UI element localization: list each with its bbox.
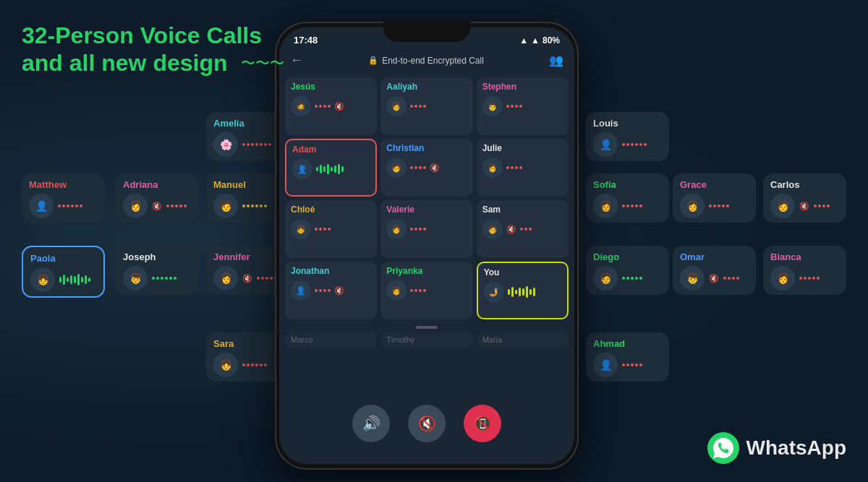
p-name-paola: Paola (30, 253, 96, 264)
cell-name-julie: Julie (482, 143, 563, 153)
audio-carlos (814, 205, 830, 207)
cell-audio-chloe (315, 228, 331, 231)
audio-manuel (242, 205, 267, 207)
wifi-icon: ▲ (531, 35, 540, 46)
cell-avatar-priyanka: 👩 (386, 280, 407, 301)
cell-julie: Julie 👩 (477, 139, 569, 197)
end-call-button[interactable]: 📵 (464, 405, 501, 442)
lock-icon: 🔒 (368, 56, 378, 65)
add-participants-icon[interactable]: 👥 (549, 53, 563, 67)
cell-valerie: Valerie 👩 (380, 200, 472, 258)
cell-name-priyanka: Priyanka (386, 266, 467, 276)
cell-mute-jesus: 🔇 (334, 102, 344, 111)
cell-audio-sam (520, 228, 532, 231)
cell-audio-valerie (410, 228, 426, 231)
cell-wave-adam (316, 164, 370, 174)
p-name-adriana: Adriana (123, 179, 192, 190)
cell-priyanka: Priyanka 👩 (380, 262, 472, 319)
card-omar: Omar 👦 🔇 (673, 246, 756, 295)
cell-name-you: You (484, 267, 561, 277)
cell-audio-christian (410, 166, 426, 169)
whatsapp-logo-icon (707, 432, 739, 464)
cell-audio-jonathan (315, 289, 331, 292)
audio-matthew (58, 205, 82, 207)
avatar-carlos: 🧑 (770, 194, 795, 218)
p-name-bianca: Bianca (770, 251, 839, 262)
cell-you: You 🤳 (477, 262, 569, 319)
phone-call-grid: Jesús 🧔 🔇 Aaliyah 👩 (279, 74, 574, 323)
audio-ahmad (622, 363, 642, 366)
audio-bianca (799, 277, 820, 280)
cell-audio-stephen (506, 105, 522, 108)
whatsapp-name: WhatsApp (746, 436, 846, 460)
cell-avatar-you: 🤳 (484, 282, 504, 302)
avatar-jennifer: 👩 (213, 266, 238, 291)
audio-adriana (166, 205, 187, 207)
p-name-omar: Omar (680, 251, 749, 262)
p-name-matthew: Matthew (29, 179, 98, 190)
avatar-grace: 👩 (680, 194, 705, 218)
whatsapp-branding: WhatsApp (707, 432, 846, 464)
card-diego: Diego 🧑 (586, 246, 669, 295)
end-call-icon: 📵 (474, 415, 492, 432)
p-name-manuel: Manuel (213, 179, 282, 190)
speaker-button[interactable]: 🔊 (352, 405, 390, 442)
card-grace: Grace 👩 (673, 173, 756, 223)
cell-name-valerie: Valerie (386, 205, 467, 215)
cell-mute-christian: 🔇 (430, 163, 440, 173)
avatar-ahmad: 👤 (593, 353, 618, 377)
cell-name-aaliyah: Aaliyah (386, 82, 467, 92)
avatar-paola: 👧 (30, 267, 55, 292)
avatar-louis: 👤 (593, 132, 618, 157)
audio-amelia (242, 143, 271, 146)
card-louis: Louis 👤 (586, 112, 669, 161)
p-name-louis: Louis (593, 118, 662, 129)
cell-avatar-aaliyah: 👩 (386, 96, 407, 116)
cell-name-jonathan: Jonathan (291, 266, 371, 276)
cell-mute-sam: 🔇 (506, 225, 516, 234)
cell-name-stephen: Stephen (482, 82, 563, 92)
phone-notch (383, 22, 470, 42)
p-name-diego: Diego (593, 251, 662, 262)
cell-name-christian: Christian (386, 143, 467, 153)
headline-line2: and all new design (22, 49, 228, 77)
cell-name-adam: Adam (292, 145, 370, 155)
card-sofia: Sofia 👩 (586, 173, 669, 223)
cell-adam: Adam 👤 (285, 139, 377, 197)
p-name-ahmad: Ahmad (593, 338, 662, 349)
audio-sofia (622, 205, 642, 207)
cell-audio-priyanka (410, 289, 426, 292)
mute-button[interactable]: 🔇 (408, 405, 446, 442)
cell-avatar-jesus: 🧔 (291, 96, 311, 116)
audio-joseph (152, 277, 176, 280)
p-name-sofia: Sofia (593, 179, 662, 190)
avatar-sara: 👧 (213, 353, 238, 377)
soundwave-icon: 〜〜〜 (241, 53, 284, 73)
back-button[interactable]: ← (290, 53, 303, 68)
cell-wave-you (508, 286, 561, 298)
avatar-bianca: 👩 (770, 266, 795, 291)
card-ahmad: Ahmad 👤 (586, 332, 669, 382)
wave-paola (59, 274, 96, 285)
card-bianca: Bianca 👩 (763, 246, 846, 295)
p-name-jennifer: Jennifer (213, 251, 282, 262)
time-display: 17:48 (294, 35, 318, 46)
cell-avatar-julie: 👩 (482, 158, 503, 178)
mute-jennifer: 🔇 (242, 274, 252, 283)
card-paola: Paola 👧 (22, 246, 105, 298)
speaker-icon: 🔊 (362, 415, 380, 432)
avatar-sofia: 👩 (593, 194, 618, 218)
cell-audio-julie (506, 166, 522, 169)
audio-omar (723, 277, 739, 280)
scroll-indicator (279, 323, 574, 332)
cell-mute-jonathan: 🔇 (334, 286, 344, 296)
p-name-joseph: Joseph (123, 251, 192, 262)
audio-grace (709, 205, 729, 207)
avatar-diego: 🧑 (593, 266, 618, 291)
phone-frame: 17:48 ▲ ▲ 80% ← 🔒 End-to-end Encrypted C… (275, 22, 579, 470)
cell-name-jesus: Jesús (291, 82, 371, 92)
cell-jesus: Jesús 🧔 🔇 (285, 77, 377, 135)
cell-aaliyah: Aaliyah 👩 (380, 77, 472, 135)
cell-avatar-chloe: 👧 (291, 219, 311, 239)
headline-block: 32-Person Voice Calls and all new design… (22, 22, 284, 77)
